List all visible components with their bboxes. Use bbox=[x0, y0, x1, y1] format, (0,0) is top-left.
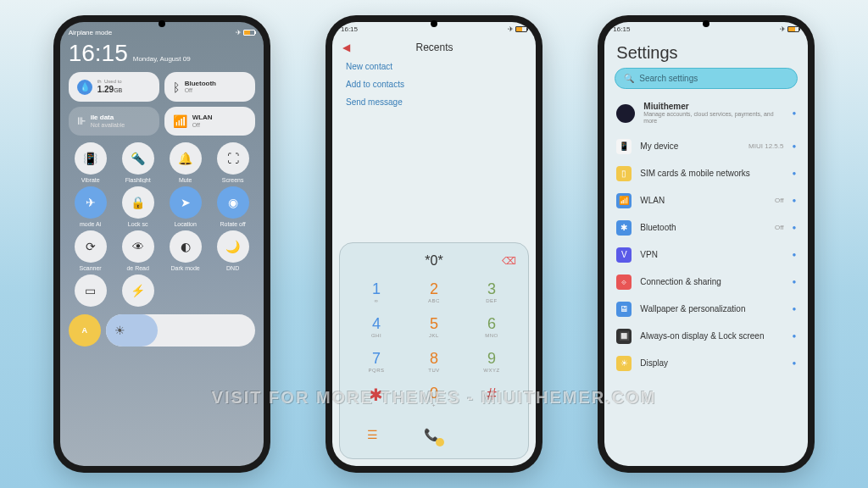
bluetooth-tile[interactable]: ᛒ BluetoothOff bbox=[164, 72, 255, 102]
mobile-data-tile[interactable]: ⊪ ile dataNot available bbox=[69, 107, 159, 136]
toggle-3[interactable]: ⛶Screens bbox=[211, 142, 255, 183]
toggle-1[interactable]: 🔦Flashlight bbox=[116, 142, 160, 183]
settings-item[interactable]: ✱BluetoothOff● bbox=[615, 214, 798, 241]
chevron-icon: ● bbox=[792, 142, 796, 150]
backspace-button[interactable]: ⌫ bbox=[502, 255, 516, 267]
page-title: Recents bbox=[360, 42, 509, 53]
search-input[interactable]: 🔍 Search settings bbox=[615, 68, 798, 89]
toggle-icon: 📳 bbox=[75, 142, 107, 175]
battery-icon: ✈ bbox=[236, 29, 255, 36]
status-bar: Airplane mode ✈ bbox=[69, 29, 255, 36]
settings-item[interactable]: 📶WLANOff● bbox=[615, 187, 798, 214]
key-3[interactable]: 3DEF bbox=[464, 275, 520, 308]
dialer-screen: 16:15 ✈ ◀ Recents New contactAdd to cont… bbox=[332, 22, 536, 466]
toggle-label: de Read bbox=[126, 265, 148, 271]
toggle-icon: 🌙 bbox=[217, 230, 249, 263]
signal-icon: ⊪ bbox=[77, 115, 86, 127]
key-✱[interactable]: ✱ bbox=[348, 380, 404, 413]
item-icon: 📶 bbox=[616, 193, 632, 208]
toggle-icon: ➤ bbox=[170, 186, 202, 219]
item-icon: 📱 bbox=[616, 139, 632, 154]
keypad: 1∞2ABC3DEF4GHI5JKL6MNO7PQRS8TUV9WXYZ✱0+# bbox=[348, 275, 520, 413]
dialer-link[interactable]: New contact bbox=[346, 62, 522, 71]
toggle-13[interactable]: ⚡ bbox=[116, 274, 160, 309]
toggle-icon: 🔔 bbox=[170, 142, 202, 175]
battery-icon: ✈ bbox=[508, 25, 527, 33]
toggle-4[interactable]: ✈mode Ai bbox=[69, 186, 113, 227]
chevron-icon: ● bbox=[792, 224, 796, 231]
brightness-slider[interactable]: ☀ bbox=[106, 314, 255, 347]
page-title: Settings bbox=[604, 36, 808, 68]
chevron-icon: ● bbox=[792, 197, 796, 204]
status-mode: Airplane mode bbox=[69, 29, 113, 36]
key-8[interactable]: 8TUV bbox=[406, 345, 462, 378]
toggle-label: Screens bbox=[222, 177, 244, 183]
auto-brightness-button[interactable]: A bbox=[69, 314, 101, 347]
toggle-10[interactable]: ◐Dark mode bbox=[164, 230, 208, 271]
key-1[interactable]: 1∞ bbox=[348, 275, 404, 308]
key-9[interactable]: 9WXYZ bbox=[464, 345, 520, 378]
phone-control-center: Airplane mode ✈ 16:15 Monday, August 09 … bbox=[53, 15, 270, 473]
camera-notch bbox=[703, 20, 709, 27]
settings-item[interactable]: VVPN● bbox=[615, 241, 798, 269]
control-center-screen: Airplane mode ✈ 16:15 Monday, August 09 … bbox=[60, 22, 264, 466]
camera-notch bbox=[431, 20, 437, 27]
dialer-link[interactable]: Add to contacts bbox=[346, 80, 522, 89]
settings-item[interactable]: 🔲Always-on display & Lock screen● bbox=[615, 323, 798, 350]
action-links: New contactAdd to contactsSend message bbox=[332, 58, 536, 110]
settings-screen: 16:15 ✈ Settings 🔍 Search settings Miuit… bbox=[604, 22, 808, 466]
status-time: 16:15 bbox=[341, 25, 358, 33]
settings-item[interactable]: 🖥Wallpaper & personalization● bbox=[615, 296, 798, 323]
settings-item[interactable]: ▯SIM cards & mobile networks● bbox=[615, 160, 798, 187]
key-6[interactable]: 6MNO bbox=[464, 310, 520, 343]
wlan-tile[interactable]: 📶 WLANOff bbox=[164, 107, 255, 136]
chevron-icon: ● bbox=[792, 109, 796, 117]
data-usage-tile[interactable]: 💧 th Used to 1.29GB bbox=[69, 72, 159, 102]
toggle-icon: ◐ bbox=[170, 230, 202, 263]
toggle-11[interactable]: 🌙DND bbox=[211, 230, 255, 271]
toggle-icon: 🔦 bbox=[122, 142, 154, 175]
toggle-label: Mute bbox=[179, 177, 192, 183]
toggle-6[interactable]: ➤Location bbox=[164, 186, 208, 227]
dialed-number: *0* ⌫ bbox=[348, 250, 520, 275]
toggle-icon: ◉ bbox=[217, 186, 249, 219]
wifi-icon: 📶 bbox=[173, 114, 187, 128]
key-7[interactable]: 7PQRS bbox=[348, 345, 404, 378]
camera-notch bbox=[159, 20, 165, 27]
toggle-icon: ▭ bbox=[75, 274, 107, 307]
toggle-7[interactable]: ◉Rotate off bbox=[211, 186, 255, 227]
toggle-icon: 👁 bbox=[122, 230, 154, 263]
toggle-5[interactable]: 🔒Lock sc bbox=[116, 186, 160, 227]
key-4[interactable]: 4GHI bbox=[348, 310, 404, 343]
dialer-link[interactable]: Send message bbox=[346, 97, 522, 107]
item-icon: ☀ bbox=[616, 356, 632, 371]
toggle-label: Lock sc bbox=[128, 221, 148, 227]
toggle-0[interactable]: 📳Vibrate bbox=[69, 142, 113, 183]
back-button[interactable]: ◀ bbox=[342, 42, 350, 53]
menu-button[interactable]: ☰ bbox=[367, 428, 378, 441]
toggle-label: mode Ai bbox=[80, 221, 101, 227]
search-icon: 🔍 bbox=[624, 74, 634, 83]
chevron-icon: ● bbox=[792, 169, 796, 177]
brightness-row: A ☀ bbox=[69, 314, 255, 347]
dialer-header: ◀ Recents bbox=[332, 36, 536, 58]
brightness-icon: ☀ bbox=[114, 324, 125, 337]
chevron-icon: ● bbox=[792, 305, 796, 313]
key-2[interactable]: 2ABC bbox=[406, 275, 462, 308]
key-5[interactable]: 5JKL bbox=[406, 310, 462, 343]
bluetooth-icon: ᛒ bbox=[173, 80, 180, 94]
key-0[interactable]: 0+ bbox=[406, 380, 462, 413]
toggle-label: Flashlight bbox=[125, 177, 151, 183]
settings-item[interactable]: ⟐Connection & sharing● bbox=[615, 269, 798, 296]
quick-tiles: 💧 th Used to 1.29GB ᛒ BluetoothOff ⊪ ile… bbox=[69, 72, 255, 136]
key-#[interactable]: # bbox=[464, 380, 520, 413]
settings-item[interactable]: ☀Display● bbox=[615, 350, 798, 377]
account-item[interactable]: Miuithemer Manage accounts, cloud servic… bbox=[615, 96, 798, 131]
chevron-icon: ● bbox=[792, 278, 796, 286]
toggle-2[interactable]: 🔔Mute bbox=[164, 142, 208, 183]
settings-item[interactable]: 📱My deviceMIUI 12.5.5● bbox=[615, 133, 798, 160]
call-button[interactable] bbox=[415, 419, 446, 450]
toggle-12[interactable]: ▭ bbox=[69, 274, 113, 309]
toggle-9[interactable]: 👁de Read bbox=[116, 230, 160, 271]
toggle-8[interactable]: ⟳Scanner bbox=[69, 230, 113, 271]
